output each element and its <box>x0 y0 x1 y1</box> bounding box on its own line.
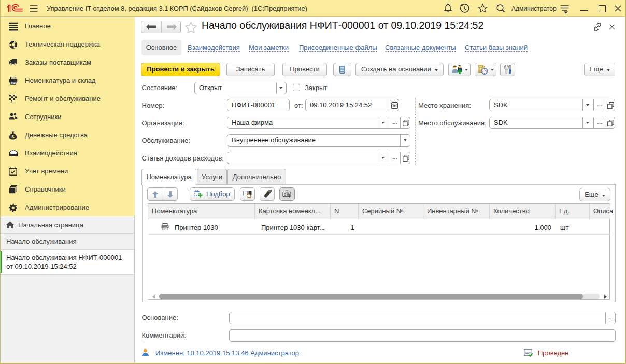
svg-text:0-9: 0-9 <box>284 193 289 196</box>
svg-text:$: $ <box>11 133 15 139</box>
